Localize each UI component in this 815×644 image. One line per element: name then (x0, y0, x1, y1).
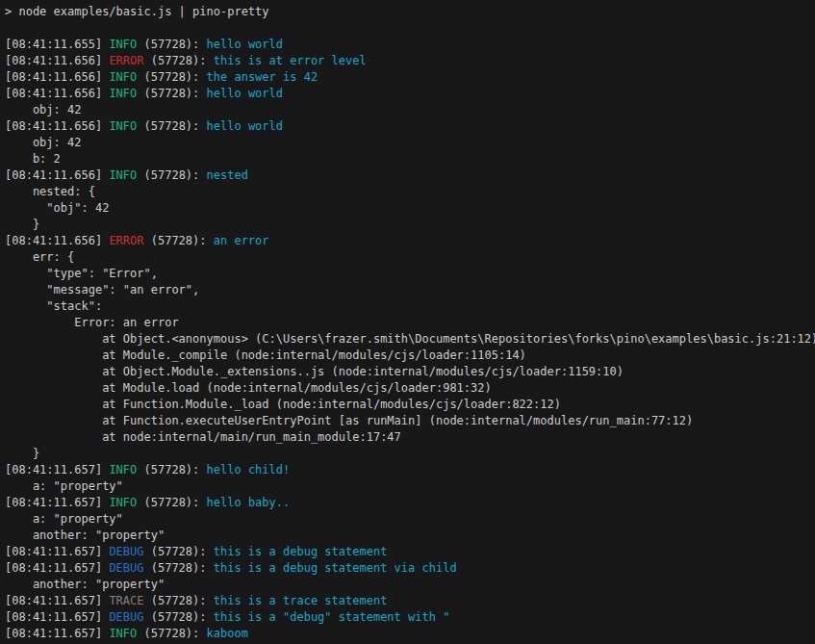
log-timestamp: [08:41:11.656] (5, 87, 109, 100)
log-detail-line: another: "property" (5, 577, 815, 593)
log-level: DEBUG (109, 545, 143, 558)
log-detail-text: } (5, 447, 39, 460)
log-detail-text: at Object.<anonymous> (C:\Users\frazer.s… (5, 332, 815, 346)
log-detail-line: a: "property" (5, 478, 815, 495)
log-detail-text: at Module._compile (node:internal/module… (5, 348, 526, 362)
log-detail-line: a: "property" (5, 511, 815, 528)
log-detail-text: at node:internal/main/run_main_module:17… (5, 430, 401, 444)
log-detail-text: nested: { (5, 185, 95, 198)
log-timestamp: [08:41:11.657] (5, 463, 109, 477)
log-level: INFO (109, 70, 137, 84)
log-detail-text: b: 2 (5, 152, 61, 166)
log-line: [08:41:11.655] INFO (57728): hello world (5, 37, 815, 53)
log-detail-line: } (5, 446, 815, 462)
log-message: this is a debug statement via child (214, 561, 457, 575)
log-message: hello child! (207, 463, 291, 477)
log-timestamp: [08:41:11.656] (5, 70, 109, 84)
log-pid: (57728): (137, 87, 206, 100)
log-pid: (57728): (144, 610, 214, 624)
log-detail-line: at Object.<anonymous> (C:\Users\frazer.s… (5, 331, 815, 348)
log-detail-text: a: "property" (5, 479, 123, 493)
log-line: [08:41:11.656] INFO (57728): the answer … (5, 69, 815, 86)
log-level: INFO (109, 168, 137, 182)
log-line: [08:41:11.656] INFO (57728): nested (5, 167, 815, 184)
log-line: [08:41:11.657] DEBUG (57728): this is a … (5, 560, 815, 577)
log-pid: (57728): (144, 594, 214, 607)
blank-line (5, 20, 815, 37)
log-detail-line: another: "property" (5, 528, 815, 544)
log-line: [08:41:11.657] INFO (57728): hello baby.… (5, 495, 815, 511)
log-level: DEBUG (109, 561, 143, 575)
log-detail-text: another: "property" (5, 528, 165, 542)
log-detail-line: Error: an error (5, 315, 815, 331)
log-detail-line: at Function.Module._load (node:internal/… (5, 397, 815, 413)
log-detail-text: at Object.Module._extensions..js (node:i… (5, 365, 624, 378)
log-detail-line: "stack": (5, 298, 815, 315)
log-detail-text: obj: 42 (5, 103, 81, 116)
log-timestamp: [08:41:11.657] (5, 594, 109, 607)
log-detail-text: "obj": 42 (5, 201, 109, 215)
command-text: > node examples/basic.js | pino-pretty (5, 5, 269, 18)
log-timestamp: [08:41:11.657] (5, 627, 109, 640)
log-detail-line: b: 2 (5, 151, 815, 167)
log-pid: (57728): (137, 119, 206, 133)
log-pid: (57728): (144, 234, 214, 247)
log-line: [08:41:11.656] ERROR (57728): this is at… (5, 53, 815, 69)
log-detail-line: err: { (5, 249, 815, 266)
log-detail-line: at Module._compile (node:internal/module… (5, 348, 815, 364)
log-line: [08:41:11.657] TRACE (57728): this is a … (5, 593, 815, 609)
log-pid: (57728): (137, 496, 206, 509)
log-timestamp: [08:41:11.656] (5, 168, 109, 182)
log-detail-text: at Function.Module._load (node:internal/… (5, 398, 561, 411)
log-timestamp: [08:41:11.656] (5, 119, 109, 133)
log-detail-line: nested: { (5, 184, 815, 200)
log-pid: (57728): (137, 38, 206, 51)
log-line: [08:41:11.657] INFO (57728): hello child… (5, 462, 815, 478)
log-detail-line: obj: 42 (5, 102, 815, 118)
log-line: [08:41:11.657] DEBUG (57728): this is a … (5, 544, 815, 560)
log-line: [08:41:11.656] ERROR (57728): an error (5, 233, 815, 249)
log-level: TRACE (109, 594, 143, 607)
log-line: [08:41:11.656] INFO (57728): hello world (5, 86, 815, 102)
log-timestamp: [08:41:11.657] (5, 496, 109, 509)
log-detail-line: "obj": 42 (5, 200, 815, 217)
log-level: INFO (109, 119, 137, 133)
log-level: ERROR (109, 54, 143, 67)
log-timestamp: [08:41:11.656] (5, 234, 109, 247)
log-detail-text: err: { (5, 250, 74, 264)
log-message: hello world (207, 119, 283, 133)
log-level: ERROR (109, 234, 143, 247)
log-detail-text: } (5, 218, 39, 231)
log-level: INFO (109, 87, 137, 100)
log-detail-line: } (5, 217, 815, 233)
log-detail-text: "stack": (5, 299, 102, 313)
log-message: nested (207, 168, 248, 182)
log-line: [08:41:11.657] DEBUG (57728): this is a … (5, 609, 815, 626)
log-detail-text: obj: 42 (5, 136, 81, 149)
log-detail-line: at Object.Module._extensions..js (node:i… (5, 364, 815, 380)
terminal-output[interactable]: > node examples/basic.js | pino-pretty [… (0, 0, 815, 644)
log-detail-line: at Function.executeUserEntryPoint [as ru… (5, 413, 815, 429)
log-detail-text: at Module.load (node:internal/modules/cj… (5, 381, 492, 395)
log-message: this is at error level (214, 54, 367, 67)
log-timestamp: [08:41:11.655] (5, 38, 109, 51)
log-timestamp: [08:41:11.657] (5, 610, 109, 624)
log-level: INFO (109, 627, 137, 640)
log-pid: (57728): (137, 70, 206, 84)
log-message: this is a "debug" statement with " (214, 610, 450, 624)
log-pid: (57728): (144, 561, 214, 575)
log-detail-text: a: "property" (5, 512, 123, 526)
log-detail-text: "type": "Error", (5, 267, 158, 280)
log-pid: (57728): (144, 545, 214, 558)
log-timestamp: [08:41:11.656] (5, 54, 109, 67)
log-message: hello world (207, 87, 283, 100)
log-message: hello baby.. (207, 496, 291, 509)
log-message: hello world (207, 38, 283, 51)
log-detail-text: at Function.executeUserEntryPoint [as ru… (5, 414, 693, 427)
log-level: INFO (109, 38, 137, 51)
log-message: this is a trace statement (214, 594, 388, 607)
log-detail-line: at node:internal/main/run_main_module:17… (5, 429, 815, 446)
log-pid: (57728): (137, 463, 206, 477)
log-detail-line: "message": "an error", (5, 282, 815, 298)
log-level: DEBUG (109, 610, 143, 624)
